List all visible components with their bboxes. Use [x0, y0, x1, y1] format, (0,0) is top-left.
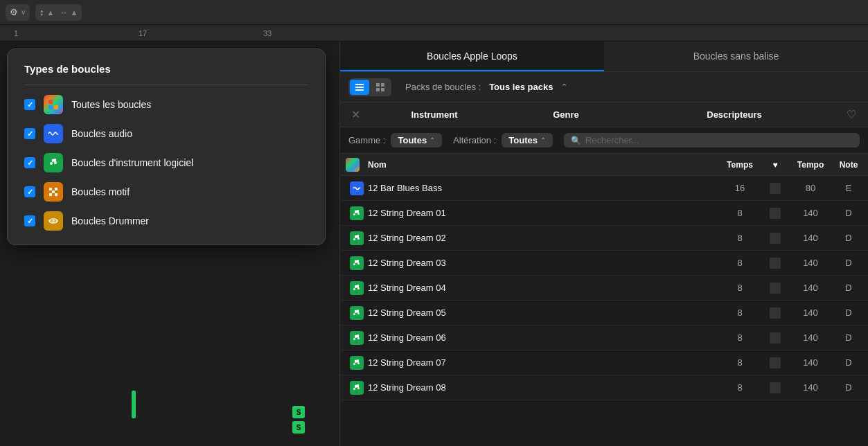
svg-point-22 [357, 213, 360, 215]
loop-note: D [835, 307, 862, 318]
loop-favorite[interactable] [764, 382, 786, 393]
checkbox-audio[interactable] [24, 128, 35, 139]
list-item[interactable]: 12 String Dream 05 8 140 D [340, 301, 868, 325]
lh-temps[interactable]: Temps [716, 160, 764, 170]
loop-name: 12 String Dream 01 [368, 208, 716, 218]
tab-apple-loops[interactable]: Boucles Apple Loops [340, 42, 604, 71]
view-grid-btn[interactable] [371, 80, 390, 95]
tab-untagged[interactable]: Boucles sans balise [604, 42, 868, 71]
popup-item-all[interactable]: Toutes les boucles [24, 95, 308, 114]
lh-tempo[interactable]: Tempo [786, 160, 835, 170]
ruler-mark-33: 33 [263, 29, 272, 37]
loop-type-icon-col [346, 306, 368, 320]
list-item[interactable]: 12 String Dream 07 8 140 D [340, 350, 868, 375]
loop-tempo: 140 [786, 307, 835, 318]
fav-heart-icon[interactable] [770, 357, 781, 368]
checkbox-all[interactable] [24, 99, 35, 110]
svg-point-31 [353, 338, 355, 340]
loop-temps: 8 [716, 382, 764, 393]
transpose-icon: ↕ [39, 7, 44, 17]
favorites-heart-icon[interactable]: ♡ [840, 108, 862, 121]
search-box[interactable]: 🔍 Rechercher... [564, 133, 860, 148]
svg-rect-14 [355, 84, 364, 85]
fav-heart-icon[interactable] [770, 208, 781, 219]
loop-favorite[interactable] [764, 307, 786, 319]
main-area: Types de boucles Toutes les boucles [0, 42, 868, 446]
loop-icon [350, 231, 364, 245]
loop-type-icon-col [346, 381, 368, 395]
popup-item-motif[interactable]: Boucles motif [24, 182, 308, 202]
popup-item-drummer[interactable]: Boucles Drummer [24, 211, 308, 231]
col-header-instrument[interactable]: Instrument [365, 109, 504, 120]
loop-name: 12 String Dream 08 [368, 382, 716, 393]
svg-point-21 [353, 213, 355, 215]
list-item[interactable]: 12 String Dream 01 8 140 D [340, 201, 868, 226]
svg-point-36 [357, 387, 360, 389]
loop-icon [350, 356, 364, 370]
svg-point-5 [54, 161, 57, 164]
settings-group[interactable]: ⚙ ∨ [6, 4, 30, 21]
fav-heart-icon[interactable] [770, 307, 781, 319]
col-headers-row: ✕ Instrument Genre Descripteurs ♡ [340, 102, 868, 127]
loop-favorite[interactable] [764, 208, 786, 219]
loop-temps: 8 [716, 258, 764, 268]
svg-point-27 [353, 288, 355, 290]
packs-chevron[interactable]: ⌃ [561, 82, 567, 91]
fav-heart-icon[interactable] [770, 283, 781, 294]
loop-icon [350, 206, 364, 220]
loop-icon [350, 381, 364, 395]
loop-tempo: 140 [786, 283, 835, 293]
svg-rect-6 [49, 188, 52, 190]
view-list-btn[interactable] [350, 80, 369, 95]
svg-point-23 [353, 238, 355, 240]
icon-green-note [44, 153, 63, 172]
svg-rect-0 [48, 100, 53, 104]
list-item[interactable]: 12 String Dream 02 8 140 D [340, 226, 868, 251]
col-header-genre[interactable]: Genre [504, 109, 628, 120]
loop-icon [350, 331, 364, 345]
loop-name: 12 String Dream 05 [368, 307, 716, 318]
list-item[interactable]: 12 String Dream 08 8 140 D [340, 375, 868, 400]
loop-favorite[interactable] [764, 183, 786, 194]
checkbox-software[interactable] [24, 157, 35, 168]
list-item[interactable]: 12 String Dream 06 8 140 D [340, 325, 868, 350]
checkbox-drummer[interactable] [24, 215, 35, 226]
search-icon: 🔍 [571, 136, 581, 145]
settings-chevron: ∨ [21, 8, 26, 16]
lh-note[interactable]: Note [835, 160, 862, 170]
loop-temps: 8 [716, 283, 764, 293]
svg-rect-17 [376, 83, 380, 87]
top-toolbar: ⚙ ∨ ↕ ▲ ↔ ▲ [0, 0, 868, 25]
icon-blue-wave [44, 124, 63, 143]
loop-type-icon-col [346, 206, 368, 220]
lh-nom[interactable]: Nom [368, 160, 716, 170]
loop-favorite[interactable] [764, 258, 786, 269]
fav-heart-icon[interactable] [770, 233, 781, 244]
loop-temps: 8 [716, 357, 764, 368]
loop-favorite[interactable] [764, 332, 786, 344]
checkbox-motif[interactable] [24, 186, 35, 197]
loop-name: 12 String Dream 04 [368, 283, 716, 293]
gamme-chevron: ⌃ [429, 136, 435, 144]
col-header-descripteurs[interactable]: Descripteurs [628, 109, 840, 120]
list-item[interactable]: 12 Bar Blues Bass 16 80 E [340, 176, 868, 201]
loop-icon [350, 281, 364, 295]
popup-item-audio[interactable]: Boucles audio [24, 124, 308, 143]
alteration-dropdown[interactable]: Toutes ⌃ [502, 133, 553, 148]
loop-note: D [835, 357, 862, 368]
loop-favorite[interactable] [764, 283, 786, 294]
fav-heart-icon[interactable] [770, 183, 781, 194]
transpose-group[interactable]: ↕ ▲ ↔ ▲ [35, 4, 82, 21]
close-filters-btn[interactable]: ✕ [346, 108, 365, 121]
loop-favorite[interactable] [764, 233, 786, 244]
svg-rect-3 [54, 105, 58, 109]
list-item[interactable]: 12 String Dream 03 8 140 D [340, 251, 868, 276]
list-item[interactable]: 12 String Dream 04 8 140 D [340, 276, 868, 301]
popup-item-software[interactable]: Boucles d'instrument logiciel [24, 153, 308, 172]
loop-favorite[interactable] [764, 357, 786, 368]
fav-heart-icon[interactable] [770, 332, 781, 344]
transpose-value: ▲ [47, 8, 55, 17]
gamme-dropdown[interactable]: Toutes ⌃ [391, 133, 442, 148]
fav-heart-icon[interactable] [770, 258, 781, 269]
fav-heart-icon[interactable] [770, 382, 781, 393]
